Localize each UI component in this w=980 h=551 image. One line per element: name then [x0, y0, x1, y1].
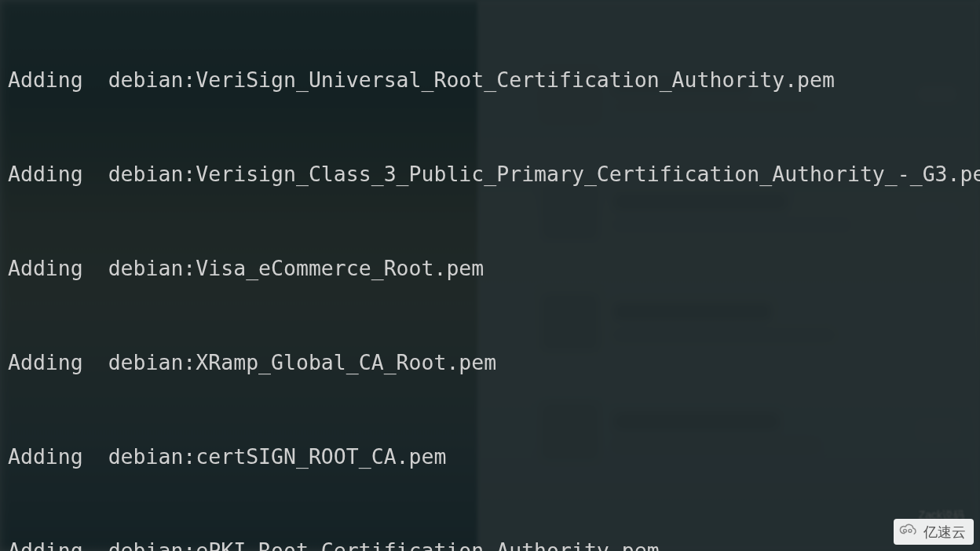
terminal-output-line: Adding debian:VeriSign_Universal_Root_Ce… [8, 64, 980, 96]
terminal-output-line: Adding debian:Verisign_Class_3_Public_Pr… [8, 159, 980, 190]
watermark-text: 亿速云 [923, 523, 966, 542]
terminal-output-line: Adding debian:certSIGN_ROOT_CA.pem [8, 441, 980, 473]
cloud-icon [898, 522, 919, 542]
terminal-output-line: Adding debian:ePKI_Root_Certification_Au… [8, 535, 980, 551]
svg-point-0 [904, 529, 907, 532]
terminal-window[interactable]: Adding debian:VeriSign_Universal_Root_Ce… [0, 0, 980, 551]
watermark-badge: 亿速云 [894, 519, 974, 545]
terminal-output-line: Adding debian:XRamp_Global_CA_Root.pem [8, 347, 980, 378]
svg-point-1 [909, 529, 912, 532]
terminal-output-line: Adding debian:Visa_eCommerce_Root.pem [8, 253, 980, 284]
